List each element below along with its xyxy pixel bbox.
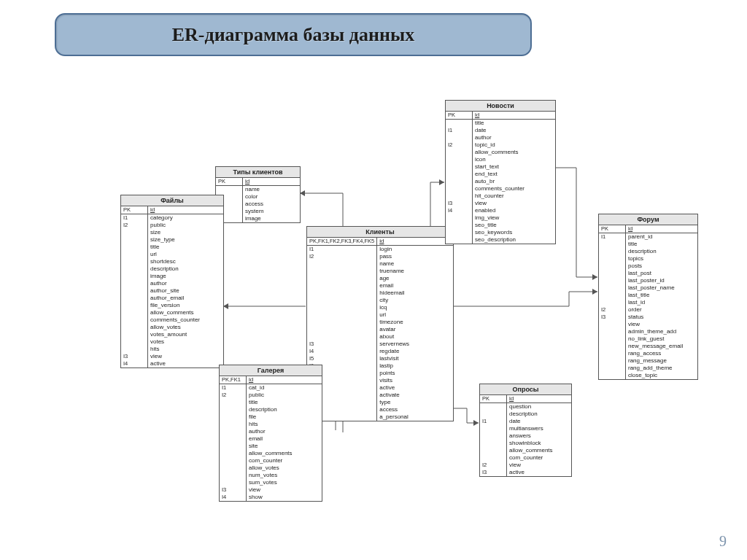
field-col: description bbox=[148, 265, 224, 273]
key-col: PK bbox=[480, 395, 507, 403]
field-col: id bbox=[473, 112, 556, 120]
field-col: system bbox=[243, 208, 301, 215]
field-col: new_message_email bbox=[626, 343, 698, 350]
entity-fields: PKidI1parent_idtitledescriptiontopicspos… bbox=[599, 225, 697, 379]
key-col: I1 bbox=[307, 246, 377, 253]
entity-title: Опросы bbox=[480, 384, 571, 395]
field-col: name bbox=[377, 260, 453, 268]
key-col bbox=[220, 479, 247, 486]
field-col: title bbox=[473, 120, 556, 127]
key-col bbox=[599, 248, 626, 255]
entity-title: Форум bbox=[599, 214, 697, 225]
key-col bbox=[121, 338, 148, 346]
entity-fields: PKidtitleI1dateauthorI2topic_idallow_com… bbox=[446, 112, 555, 244]
field-col: truename bbox=[377, 268, 453, 275]
key-col bbox=[121, 295, 148, 302]
key-col bbox=[121, 258, 148, 265]
field-col: file bbox=[247, 413, 322, 421]
key-col bbox=[121, 316, 148, 324]
key-col bbox=[307, 319, 377, 326]
field-col: allow_comments bbox=[148, 309, 224, 316]
key-col bbox=[220, 435, 247, 443]
field-col: hits bbox=[247, 421, 322, 428]
field-col: votes_amount bbox=[148, 331, 224, 338]
entity-title: Клиенты bbox=[307, 227, 453, 238]
key-col bbox=[599, 365, 626, 372]
field-col: author_email bbox=[148, 295, 224, 302]
field-col: timezone bbox=[377, 319, 453, 326]
key-col: I1 bbox=[599, 233, 626, 241]
key-col: I1 bbox=[220, 384, 247, 392]
entity-types: Типы клиентовPKidnamecoloraccessI1system… bbox=[215, 166, 301, 223]
key-col bbox=[121, 229, 148, 236]
entity-fields: PKidquestiondescriptionI1datemultianswer… bbox=[480, 395, 571, 476]
key-col: I4 bbox=[121, 360, 148, 368]
field-col: seo_title bbox=[473, 222, 556, 229]
field-col: author bbox=[473, 134, 556, 141]
field-col: allow_comments bbox=[507, 447, 572, 454]
key-col: I2 bbox=[121, 222, 148, 229]
key-col bbox=[121, 251, 148, 258]
key-col bbox=[480, 432, 507, 440]
field-col: com_counter bbox=[507, 454, 572, 462]
svg-marker-4 bbox=[223, 303, 228, 309]
field-col: rang_access bbox=[626, 350, 698, 357]
key-col bbox=[446, 178, 473, 185]
entity-title: Файлы bbox=[121, 195, 223, 206]
field-col: answers bbox=[507, 432, 572, 440]
key-col bbox=[307, 275, 377, 282]
key-col bbox=[307, 260, 377, 268]
key-col bbox=[446, 156, 473, 163]
field-col: sum_votes bbox=[247, 479, 322, 486]
field-col: last_poster_id bbox=[626, 277, 698, 284]
field-col: votes bbox=[148, 338, 224, 346]
svg-marker-6 bbox=[473, 420, 479, 426]
field-col: name bbox=[243, 186, 301, 193]
key-col bbox=[121, 280, 148, 287]
field-col: id bbox=[243, 178, 301, 186]
key-col bbox=[307, 326, 377, 333]
field-col: regdate bbox=[377, 348, 453, 355]
key-col bbox=[220, 443, 247, 450]
field-col: type bbox=[377, 399, 453, 406]
field-col: view bbox=[507, 462, 572, 469]
key-col bbox=[599, 255, 626, 262]
key-col: I1 bbox=[446, 127, 473, 134]
field-col: id bbox=[247, 376, 322, 384]
key-col: I3 bbox=[121, 353, 148, 360]
field-col: no_link_guest bbox=[626, 335, 698, 343]
field-col: active bbox=[377, 384, 453, 392]
key-col bbox=[599, 299, 626, 306]
entity-polls: ОпросыPKidquestiondescriptionI1datemulti… bbox=[479, 384, 572, 477]
key-col bbox=[446, 214, 473, 222]
key-col: I2 bbox=[446, 141, 473, 149]
field-col: author bbox=[148, 280, 224, 287]
key-col: I3 bbox=[307, 341, 377, 348]
key-col bbox=[121, 265, 148, 273]
svg-marker-0 bbox=[300, 190, 305, 196]
key-col bbox=[121, 273, 148, 280]
field-col: city bbox=[377, 297, 453, 304]
field-col: site bbox=[247, 443, 322, 450]
key-col bbox=[599, 241, 626, 248]
entity-gallery: ГалереяPK,FK1idI1cat_idI2publictitledesc… bbox=[219, 365, 322, 502]
field-col: view bbox=[626, 321, 698, 328]
key-col bbox=[446, 171, 473, 178]
key-col bbox=[480, 447, 507, 454]
key-col bbox=[121, 331, 148, 338]
key-col bbox=[220, 464, 247, 472]
field-col: size bbox=[148, 229, 224, 236]
field-col: seo_keywords bbox=[473, 229, 556, 236]
field-col: title bbox=[148, 244, 224, 251]
entity-title: Галерея bbox=[220, 365, 322, 376]
field-col: description bbox=[247, 406, 322, 413]
key-col bbox=[599, 321, 626, 328]
field-col: a_personal bbox=[377, 413, 453, 421]
field-col: servernews bbox=[377, 341, 453, 348]
field-col: url bbox=[148, 251, 224, 258]
key-col: PK bbox=[446, 112, 473, 120]
key-col: I1 bbox=[480, 418, 507, 425]
field-col: multianswers bbox=[507, 425, 572, 432]
key-col bbox=[307, 297, 377, 304]
key-col bbox=[599, 328, 626, 335]
